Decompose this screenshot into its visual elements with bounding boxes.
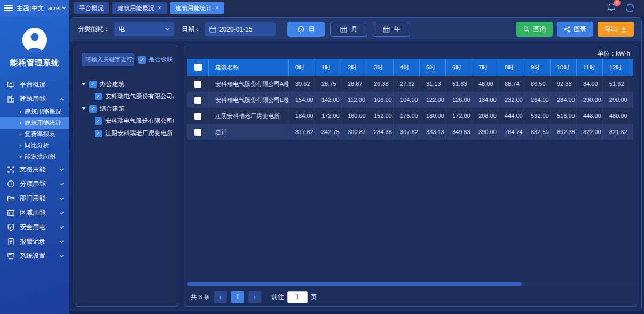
tree-search-input[interactable]: 请输入关键字进行过滤 <box>82 53 134 66</box>
building-name-cell: 总计 <box>209 124 289 140</box>
tree-node-company-a-building[interactable]: ✓安科瑞电气股份有限公司A楼 <box>82 90 174 103</box>
table-row: 江阴安科瑞老厂房变电所184.00172.00160.00152.00176.0… <box>187 108 633 124</box>
header-hour-12: 12时 <box>603 59 629 76</box>
value-cell: 86.50 <box>524 76 551 92</box>
header-checkbox-cell <box>187 59 209 76</box>
sidebar-item-yoy-analysis[interactable]: 同比分析 <box>0 140 69 151</box>
value-cell: 48.00 <box>629 76 633 92</box>
tab-building-energy-overview[interactable]: 建筑用能概况× <box>112 2 167 14</box>
page-number-button[interactable]: 1 <box>231 291 244 303</box>
goto-label: 前往 <box>272 293 284 301</box>
header-hour-13: 13时 <box>629 59 633 76</box>
sidebar-menu: 平台概况建筑用能建筑用能概况建筑用能统计复费率报表同比分析能源流向图支路用能分项… <box>0 77 69 314</box>
sidebar-item-alarm-records[interactable]: 报警记录 <box>0 234 69 249</box>
query-button[interactable]: 查询 <box>516 22 553 37</box>
sidebar-item-department-energy[interactable]: 部门用能 <box>0 191 69 206</box>
chart-button[interactable]: 图表 <box>557 22 593 37</box>
tree-expand-icon[interactable] <box>82 107 86 110</box>
chevron-down-icon <box>59 168 64 171</box>
sidebar-item-tariff-report[interactable]: 复费率报表 <box>0 129 69 140</box>
row-checkbox-cell <box>187 92 209 108</box>
sidebar-item-branch-energy[interactable]: 支路用能 <box>0 162 69 177</box>
notification-bell-icon[interactable]: 0 <box>607 3 616 14</box>
tab-platform-overview[interactable]: 平台概况 <box>74 2 109 14</box>
date-input[interactable]: 2020-01-15 <box>205 22 276 36</box>
value-cell: 112.00 <box>341 92 367 108</box>
value-cell: 134.00 <box>472 92 498 108</box>
tree-node-label: 综合建筑 <box>100 105 124 113</box>
next-page-button[interactable]: › <box>248 291 261 303</box>
sidebar-item-building-energy-overview[interactable]: 建筑用能概况 <box>0 106 69 117</box>
tab-label: 平台概况 <box>79 4 104 12</box>
tree-node-complex-building[interactable]: ✓综合建筑 <box>82 103 174 115</box>
shield-icon <box>7 223 15 231</box>
row-checkbox[interactable] <box>194 129 201 136</box>
value-cell: 532.00 <box>524 108 551 124</box>
sidebar-item-label: 安全用电 <box>20 223 54 232</box>
close-icon[interactable]: × <box>215 5 219 11</box>
goto-page-input[interactable] <box>287 291 308 303</box>
sidebar-item-building-energy[interactable]: 建筑用能 <box>0 92 69 106</box>
tree-checkbox[interactable]: ✓ <box>95 117 102 125</box>
granularity-day-button[interactable]: 日 <box>287 22 325 37</box>
tree-checkbox[interactable]: ✓ <box>95 130 102 137</box>
chevron-up-icon <box>59 98 64 101</box>
row-checkbox-cell <box>187 124 209 140</box>
sidebar-subitem-label: 建筑用能概况 <box>25 108 61 116</box>
value-cell: 516.00 <box>551 108 577 124</box>
refresh-icon[interactable] <box>625 3 635 13</box>
granularity-month-button[interactable]: 月 <box>330 22 367 37</box>
tree-expand-icon[interactable] <box>82 83 86 85</box>
tree-node-jiangyin-substation[interactable]: ✓江阴安科瑞老厂房变电所 <box>82 127 174 139</box>
granularity-year-button[interactable]: 年 <box>373 22 410 37</box>
unit-label: 单位：kW·h <box>187 46 633 59</box>
tab-label: 建筑用能统计 <box>175 4 212 12</box>
value-cell: 284.00 <box>551 92 577 108</box>
select-all-checkbox[interactable] <box>194 64 202 71</box>
prev-page-button[interactable]: ‹ <box>214 291 227 303</box>
sidebar-item-platform-overview[interactable]: 平台概况 <box>0 77 69 92</box>
sidebar-item-electrical-safety[interactable]: 安全用电 <box>0 220 69 234</box>
horizontal-scrollbar[interactable] <box>187 282 633 286</box>
filter-bar: 分类能耗： 电 日期： 2020-01-15 日月年 查询 <box>70 18 641 41</box>
branch-icon <box>7 166 15 174</box>
sidebar-item-label: 平台概况 <box>20 80 64 89</box>
value-cell: 448.00 <box>577 108 603 124</box>
tree-checkbox[interactable]: ✓ <box>89 81 97 88</box>
header-hour-5: 5时 <box>420 59 446 76</box>
sidebar-item-energy-flow-diagram[interactable]: 能源流向图 <box>0 151 69 162</box>
sidebar-subitem-label: 能源流向图 <box>25 153 56 161</box>
sidebar-item-region-energy[interactable]: 区域用能 <box>0 206 69 220</box>
bullet-icon <box>20 111 21 113</box>
sidebar-subitem-label: 同比分析 <box>25 142 49 150</box>
row-checkbox[interactable] <box>194 113 201 120</box>
close-icon[interactable]: × <box>158 5 161 11</box>
hamburger-icon[interactable] <box>4 5 13 11</box>
tree-node-company-e-building[interactable]: ✓安科瑞电气股份有限公司E楼 <box>82 115 174 127</box>
tree-node-office-building[interactable]: ✓办公建筑 <box>82 78 174 90</box>
monitor-icon <box>7 81 15 89</box>
header-hour-3: 3时 <box>367 59 394 76</box>
value-cell: 142.00 <box>315 92 341 108</box>
cascade-checkbox[interactable]: ✓ <box>138 56 146 64</box>
scrollbar-thumb[interactable] <box>187 282 522 286</box>
tab-strip: 平台概况建筑用能概况×建筑用能统计× <box>69 0 607 16</box>
bullet-icon <box>20 134 21 135</box>
energy-type-select[interactable]: 电 <box>114 22 174 36</box>
tree-checkbox[interactable]: ✓ <box>89 105 97 113</box>
sidebar-item-system-settings[interactable]: 系统设置 <box>0 249 69 263</box>
sidebar-item-subitem-energy[interactable]: 分项用能 <box>0 177 69 191</box>
value-cell: 764.74 <box>498 124 524 140</box>
value-cell: 882.50 <box>524 124 551 140</box>
cascade-checkbox-row[interactable]: ✓ 是否级联 <box>138 56 173 64</box>
value-cell: 390.00 <box>472 124 498 140</box>
row-checkbox[interactable] <box>194 97 201 104</box>
date-value: 2020-01-15 <box>219 26 252 33</box>
export-button[interactable]: 导出 <box>598 22 634 37</box>
row-checkbox[interactable] <box>194 81 201 88</box>
tab-building-energy-stats[interactable]: 建筑用能统计× <box>170 2 224 14</box>
tree-checkbox[interactable]: ✓ <box>95 93 102 100</box>
user-name: acrel <box>48 5 61 11</box>
sidebar-item-building-energy-stats[interactable]: 建筑用能统计 <box>0 117 69 129</box>
user-menu[interactable]: acrel <box>48 5 67 11</box>
